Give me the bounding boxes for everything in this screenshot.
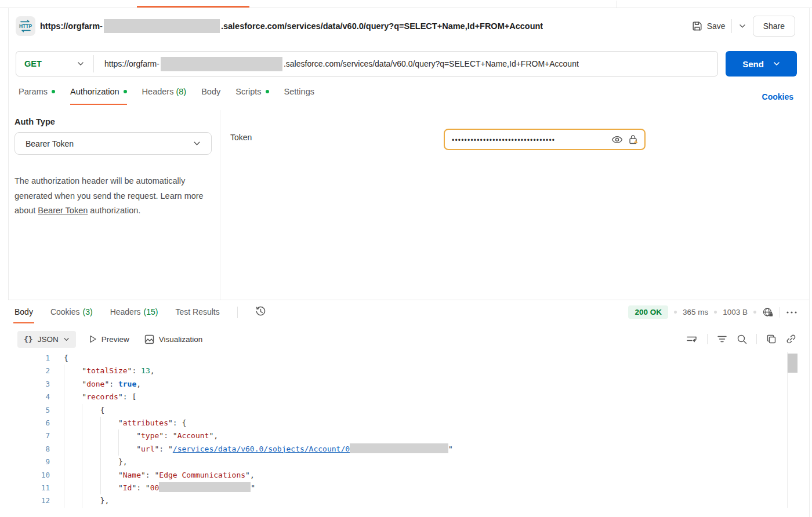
share-response-button[interactable]	[786, 334, 796, 344]
response-header: Body Cookies(3) Headers(15) Test Results	[8, 300, 809, 325]
indent-guide	[100, 469, 118, 482]
copy-button[interactable]	[766, 334, 777, 344]
visualization-button[interactable]: Visualization	[144, 334, 203, 344]
scrollbar-thumb[interactable]	[788, 354, 798, 373]
show-token-button[interactable]	[611, 136, 623, 144]
redacted-text	[350, 443, 448, 453]
tab-authorization[interactable]: Authorization	[70, 87, 127, 105]
indent-guide	[100, 456, 118, 468]
save-options-button[interactable]	[738, 23, 747, 30]
token-input[interactable]: •••••••••••••••••••••••••••••••••	[444, 129, 646, 150]
auth-description: The authorization header will be automat…	[14, 174, 207, 219]
chevron-down-icon	[739, 24, 746, 28]
divider	[220, 110, 220, 300]
indent-guide	[82, 482, 100, 494]
response-tab-cookies[interactable]: Cookies(3)	[50, 307, 93, 323]
link-icon	[786, 334, 796, 344]
tab-label: Body	[201, 87, 220, 96]
auth-type-select[interactable]: Bearer Token	[14, 132, 212, 155]
network-info-button[interactable]	[762, 307, 774, 318]
tab-params[interactable]: Params	[19, 87, 55, 105]
indent-guide	[82, 443, 100, 456]
wrap-lines-button[interactable]	[686, 335, 698, 343]
tab-headers[interactable]: Headers(8)	[142, 87, 187, 105]
line-number: 6	[8, 417, 50, 429]
headers-count: (15)	[144, 307, 158, 316]
response-view-toolbar: {} JSON Preview Visualization	[8, 330, 809, 348]
indent-guide	[100, 417, 118, 429]
eye-icon	[611, 136, 623, 144]
authorization-panel: Auth Type Bearer Token The authorization…	[8, 108, 809, 300]
indent-guide	[64, 365, 82, 377]
authorization-modified-dot	[124, 90, 127, 93]
more-actions-button[interactable]	[786, 311, 798, 314]
indent-guide	[118, 429, 136, 442]
line-number: 1	[8, 352, 50, 365]
filter-button[interactable]	[717, 335, 727, 343]
indent-guide	[82, 494, 100, 507]
indent-guide	[64, 494, 82, 507]
tab-body[interactable]: Body	[201, 87, 220, 105]
line-number: 5	[8, 404, 50, 417]
response-tab-test-results[interactable]: Test Results	[175, 307, 219, 323]
code-line: 10"Name": "Edge Communications",	[8, 469, 809, 482]
token-secret-warning-button[interactable]	[628, 134, 639, 145]
auth-type-column: Auth Type Bearer Token The authorization…	[14, 117, 212, 219]
response-tab-body[interactable]: Body	[14, 307, 33, 323]
lock-warning-icon	[628, 134, 639, 145]
share-button[interactable]: Share	[753, 16, 795, 37]
preview-button[interactable]: Preview	[89, 334, 129, 344]
tab-label: Test Results	[175, 307, 219, 316]
indent-guide	[64, 378, 82, 391]
bearer-token-link[interactable]: Bearer Token	[38, 206, 88, 215]
visualization-label: Visualization	[159, 335, 203, 344]
separator-dot	[714, 311, 717, 314]
tab-label: Scripts	[235, 87, 261, 96]
tab-label: Authorization	[70, 87, 119, 96]
tab-scripts[interactable]: Scripts	[235, 87, 269, 105]
indent-guide	[64, 404, 82, 417]
response-tab-headers[interactable]: Headers(15)	[110, 307, 158, 323]
chevron-down-icon	[773, 61, 780, 66]
tab-settings[interactable]: Settings	[284, 87, 314, 105]
send-label: Send	[742, 59, 764, 69]
save-button[interactable]: Save	[692, 21, 726, 31]
http-method-icon: HTTP	[16, 16, 35, 36]
response-size[interactable]: 1003 B	[723, 308, 748, 316]
line-number: 10	[8, 469, 50, 482]
indent-guide	[64, 391, 82, 403]
response-body-viewer[interactable]: 1{2"totalSize": 13,3"done": true,4"recor…	[8, 352, 809, 508]
response-format-select[interactable]: {} JSON	[17, 331, 76, 348]
send-button[interactable]: Send	[726, 51, 797, 77]
method-label: GET	[24, 59, 42, 68]
indent-guide	[82, 456, 100, 468]
cookies-link[interactable]: Cookies	[762, 92, 793, 101]
tab-label: Body	[14, 307, 33, 316]
line-number: 2	[8, 365, 50, 377]
record-url-link[interactable]: /services/data/v60.0/sobjects/Account/0	[173, 445, 350, 453]
search-button[interactable]	[737, 334, 747, 344]
request-title-url: https://orgfarm- .salesforce.com/service…	[40, 19, 543, 33]
json-braces-icon: {}	[24, 335, 33, 344]
redacted-text	[159, 482, 251, 492]
url-suffix: .salesforce.com/services/data/v60.0/quer…	[221, 21, 543, 31]
format-label: JSON	[38, 335, 59, 344]
status-badge[interactable]: 200 OK	[628, 305, 668, 319]
code-line: 1{	[8, 352, 809, 365]
history-clock-icon	[255, 306, 266, 317]
response-history-button[interactable]	[255, 306, 266, 323]
code-line: 5{	[8, 404, 809, 417]
response-time[interactable]: 365 ms	[683, 308, 708, 316]
indent-guide	[100, 443, 118, 456]
divider	[756, 334, 757, 344]
scripts-modified-dot	[266, 90, 269, 93]
divider	[707, 334, 708, 344]
line-number: 4	[8, 391, 50, 403]
divider	[780, 307, 780, 318]
method-selector[interactable]: GET	[16, 59, 93, 68]
wrap-lines-icon	[686, 335, 698, 343]
url-input[interactable]: https://orgfarm- .salesforce.com/service…	[94, 57, 579, 71]
indent-guide	[64, 469, 82, 482]
indent-guide	[118, 443, 136, 456]
separator-dot	[674, 311, 677, 314]
